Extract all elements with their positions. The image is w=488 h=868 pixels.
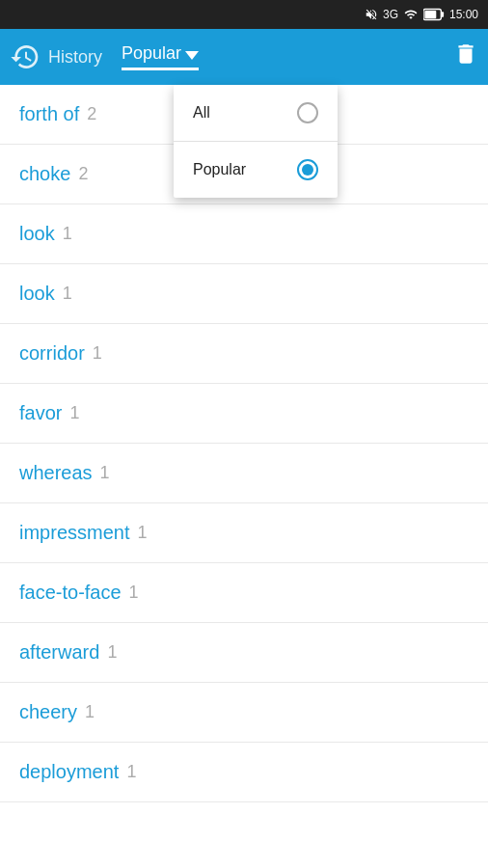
history-tab[interactable]: History — [10, 41, 102, 72]
history-label: History — [48, 47, 102, 68]
word-count: 2 — [78, 164, 88, 184]
dropdown-item[interactable]: Popular — [174, 142, 338, 198]
filter-dropdown[interactable]: All Popular — [174, 85, 338, 198]
time-display: 15:00 — [449, 8, 478, 21]
radio-button[interactable] — [297, 159, 318, 180]
list-item[interactable]: favor 1 — [0, 384, 488, 444]
svg-rect-2 — [441, 12, 444, 17]
dropdown-arrow-icon — [185, 51, 199, 60]
word-count: 1 — [93, 343, 102, 364]
list-item[interactable]: look 1 — [0, 204, 488, 264]
word-count: 2 — [87, 104, 96, 124]
battery-icon — [423, 8, 445, 21]
network-indicator: 3G — [383, 8, 398, 21]
word-text: forth of — [19, 103, 79, 125]
status-bar: 3G 15:00 — [0, 0, 488, 29]
word-text: choke — [19, 163, 70, 185]
list-item[interactable]: whereas 1 — [0, 444, 488, 503]
dropdown-item[interactable]: All — [174, 85, 338, 142]
list-item[interactable]: afterward 1 — [0, 623, 488, 683]
list-item[interactable]: impressment 1 — [0, 503, 488, 563]
popular-label: Popular — [122, 43, 181, 64]
word-text: deployment — [19, 761, 119, 783]
nav-bar: History Popular — [0, 29, 488, 85]
list-item[interactable]: corridor 1 — [0, 324, 488, 384]
popular-tab[interactable]: Popular — [122, 43, 199, 70]
word-count: 1 — [126, 762, 136, 782]
word-count: 1 — [107, 642, 117, 663]
word-text: cheery — [19, 701, 77, 723]
svg-rect-1 — [424, 11, 436, 18]
list-item[interactable]: cheery 1 — [0, 683, 488, 743]
word-text: corridor — [19, 342, 85, 365]
list-item[interactable]: look 1 — [0, 264, 488, 324]
list-item[interactable]: face-to-face 1 — [0, 563, 488, 623]
word-text: afterward — [19, 641, 99, 664]
radio-button[interactable] — [297, 102, 318, 123]
history-icon — [10, 41, 41, 72]
dropdown-item-label: Popular — [193, 161, 246, 178]
word-text: favor — [19, 402, 62, 424]
word-count: 1 — [129, 583, 139, 603]
list-item[interactable]: deployment 1 — [0, 743, 488, 802]
word-text: face-to-face — [19, 582, 122, 604]
word-text: look — [19, 223, 55, 245]
mute-icon — [365, 8, 378, 21]
word-count: 1 — [69, 403, 79, 423]
word-count: 1 — [137, 523, 147, 543]
word-count: 1 — [85, 702, 95, 722]
word-count: 1 — [63, 284, 72, 304]
trash-icon — [453, 41, 478, 67]
word-count: 1 — [100, 463, 110, 483]
word-text: whereas — [19, 462, 93, 484]
word-text: impressment — [19, 522, 129, 544]
word-count: 1 — [63, 224, 72, 244]
word-text: look — [19, 283, 55, 305]
signal-icon — [403, 8, 419, 21]
trash-button[interactable] — [453, 41, 478, 72]
dropdown-item-label: All — [193, 104, 210, 122]
